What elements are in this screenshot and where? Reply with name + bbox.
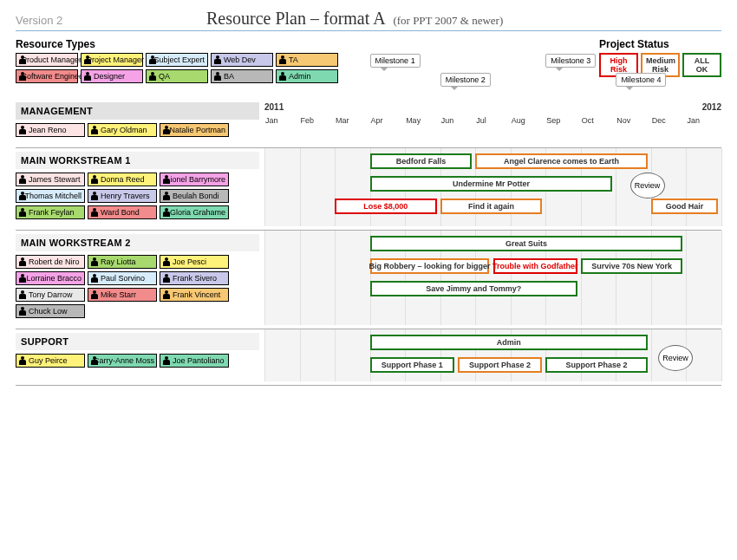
person-name: Gloria Grahame	[170, 208, 225, 217]
lane-people: James StewartDonna ReedLionel BarrymoreT…	[16, 173, 241, 219]
person-chip[interactable]: Gloria Grahame	[160, 205, 229, 219]
version-label: Version 2	[16, 14, 206, 27]
person-name: Joe Pesci	[173, 257, 206, 266]
month-label: Sep	[545, 116, 581, 125]
person-name: Donna Reed	[101, 175, 145, 184]
person-name: Jean Reno	[29, 126, 67, 134]
person-icon	[163, 208, 167, 217]
month-label: Jan	[264, 116, 300, 125]
person-name: Ward Bond	[101, 208, 140, 217]
task-bar[interactable]: Great Suits	[370, 236, 683, 251]
page: Version 2 Resource Plan – format A (for …	[0, 0, 737, 394]
resource-type-chip[interactable]: Project Manager	[81, 53, 143, 67]
resource-type-chip[interactable]: Software Engineer	[16, 69, 78, 83]
lane-people: Robert de NiroRay LiottaJoe PesciLorrain…	[16, 255, 241, 318]
person-name: Natalie Portman	[169, 126, 225, 134]
month-label: Aug	[511, 116, 546, 125]
header: Version 2 Resource Plan – format A (for …	[16, 9, 721, 31]
person-chip[interactable]: Lorraine Bracco	[16, 271, 85, 285]
milestone-callout[interactable]: Milestone 2	[440, 73, 491, 87]
lane-people: Guy PeirceCarry-Anne MossJoe Pantoliano	[16, 354, 241, 368]
review-oval[interactable]: Review	[658, 345, 693, 371]
milestone-callout[interactable]: Milestone 4	[616, 73, 666, 87]
milestone-callout[interactable]: Milestone 3	[545, 54, 596, 68]
task-bar[interactable]: Trouble with Godfather	[493, 258, 577, 274]
person-chip[interactable]: Guy Peirce	[16, 354, 85, 368]
task-bar[interactable]: Good Hair	[651, 199, 718, 214]
task-bar[interactable]: Support Phase 1	[370, 357, 454, 373]
resource-type-chip[interactable]: Subject Expert	[146, 53, 208, 67]
task-bar[interactable]: Angel Clarence comes to Earth	[475, 153, 648, 169]
person-icon	[19, 257, 26, 266]
person-chip[interactable]: Ward Bond	[88, 205, 157, 219]
chip-label: Software Engineer	[22, 72, 86, 81]
month-label: Dec	[651, 116, 687, 125]
year-end: 2012	[702, 102, 721, 112]
task-bar[interactable]: Bedford Falls	[370, 153, 473, 169]
lane-timeline: AdminSupport Phase 1Support Phase 2Suppo…	[264, 329, 721, 381]
person-chip[interactable]: Chuck Low	[16, 304, 85, 318]
person-icon	[163, 274, 170, 283]
milestone-callout[interactable]: Milestone 1	[370, 54, 421, 68]
person-chip[interactable]: Carry-Anne Moss	[88, 354, 157, 368]
task-bar[interactable]: Survive 70s New York	[581, 258, 683, 274]
bars-area: AdminSupport Phase 1Support Phase 2Suppo…	[264, 329, 721, 381]
person-chip[interactable]: Frank Feylan	[16, 205, 85, 219]
person-name: Mike Starr	[101, 290, 136, 299]
project-status-heading: Project Status	[599, 38, 721, 50]
person-icon	[19, 307, 26, 316]
task-bar[interactable]: Find it again	[440, 199, 543, 214]
month-label: Mar	[335, 116, 370, 125]
person-chip[interactable]: Jean Reno	[16, 123, 85, 137]
person-chip[interactable]: Mike Starr	[88, 288, 157, 302]
resource-type-chip[interactable]: Product Manager	[16, 53, 78, 67]
person-chip[interactable]: James Stewart	[16, 173, 85, 186]
person-chip[interactable]: Joe Pesci	[160, 255, 229, 269]
person-chip[interactable]: Henry Travers	[88, 189, 157, 203]
person-name: Tony Darrow	[29, 290, 73, 299]
task-bar[interactable]: Admin	[370, 335, 648, 350]
chip-label: Web Dev	[224, 55, 256, 64]
chip-label: Subject Expert	[153, 55, 205, 64]
person-chip[interactable]: Robert de Niro	[16, 255, 85, 269]
person-chip[interactable]: Donna Reed	[88, 173, 157, 186]
person-name: Paul Sorvino	[101, 274, 145, 283]
person-chip[interactable]: Ray Liotta	[88, 255, 157, 269]
task-bar[interactable]: Undermine Mr Potter	[370, 176, 613, 192]
workstream-lane: MAIN WORKSTREAM 1James StewartDonna Reed…	[16, 148, 721, 226]
person-chip[interactable]: Joe Pantoliano	[160, 354, 229, 368]
person-chip[interactable]: Lionel Barrymore	[160, 173, 229, 186]
task-bar[interactable]: Support Phase 2	[458, 357, 542, 373]
person-icon	[91, 175, 98, 184]
person-chip[interactable]: Gary Oldman	[88, 123, 157, 137]
person-icon	[19, 208, 26, 217]
resource-type-chip[interactable]: Designer	[81, 69, 143, 83]
resource-type-chip[interactable]: QA	[146, 69, 208, 83]
person-name: Frank Feylan	[29, 208, 75, 217]
person-chip[interactable]: Thomas Mitchell	[16, 189, 85, 203]
lane-people: Jean RenoGary OldmanNatalie Portman	[16, 123, 241, 137]
person-chip[interactable]: Paul Sorvino	[88, 271, 157, 285]
month-label: May	[405, 116, 440, 125]
person-icon	[91, 274, 98, 283]
person-chip[interactable]: Natalie Portman	[160, 123, 229, 137]
person-icon	[214, 55, 221, 64]
person-chip[interactable]: Beulah Bondi	[160, 189, 229, 203]
person-name: Robert de Niro	[29, 257, 80, 266]
person-icon	[19, 356, 26, 365]
task-bar[interactable]: Lose $8,000	[335, 199, 437, 214]
person-icon	[163, 192, 170, 200]
workstream-lane: SUPPORTGuy PeirceCarry-Anne MossJoe Pant…	[16, 329, 721, 381]
person-chip[interactable]: Tony Darrow	[16, 288, 85, 302]
person-name: Lionel Barrymore	[166, 175, 225, 184]
person-name: Carry-Anne Moss	[94, 356, 154, 365]
person-chip[interactable]: Frank Vincent	[160, 288, 229, 302]
person-chip[interactable]: Frank Sivero	[160, 271, 229, 285]
review-oval[interactable]: Review	[630, 173, 665, 199]
task-bar[interactable]: Save Jimmy and Tommy?	[370, 281, 577, 296]
person-icon	[149, 55, 151, 64]
person-name: Beulah Bondi	[173, 192, 219, 200]
task-bar[interactable]: Big Robbery – looking for bigger	[370, 258, 490, 274]
month-label: Feb	[300, 116, 336, 125]
task-bar[interactable]: Support Phase 2	[545, 357, 648, 373]
